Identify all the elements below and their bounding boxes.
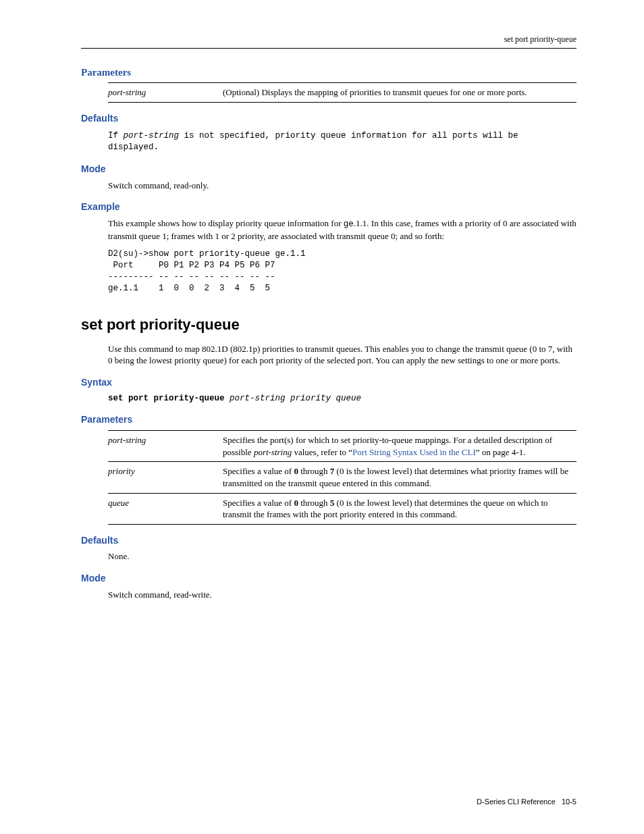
defaults-text-2: None. <box>108 550 576 563</box>
heading-syntax: Syntax <box>81 376 576 389</box>
table-row: queue Specifies a value of 0 through 5 (… <box>108 493 576 524</box>
heading-mode-1: Mode <box>81 163 576 176</box>
example-intro: This example shows how to display priori… <box>108 217 576 242</box>
heading-defaults-2: Defaults <box>81 534 576 547</box>
cli-output: D2(su)->show port priority-queue ge.1.1 … <box>108 249 576 294</box>
heading-defaults-1: Defaults <box>81 112 576 125</box>
running-header: set port priority-queue <box>81 34 576 49</box>
command-intro: Use this command to map 802.1D (802.1p) … <box>108 343 576 367</box>
parameters-table-1: port-string (Optional) Displays the mapp… <box>108 82 576 103</box>
param-desc: Specifies a value of 0 through 5 (0 is t… <box>223 497 576 521</box>
param-desc: (Optional) Displays the mapping of prior… <box>223 86 576 99</box>
param-name: port-string <box>108 434 223 458</box>
syntax-line: set port priority-queue port-string prio… <box>108 393 576 405</box>
command-title: set port priority-queue <box>81 315 576 335</box>
heading-parameters-1: Parameters <box>81 66 576 79</box>
heading-mode-2: Mode <box>81 572 576 585</box>
port-string-syntax-link[interactable]: Port String Syntax Used in the CLI <box>352 447 476 457</box>
param-name: queue <box>108 497 223 521</box>
page-number: 10-5 <box>562 798 576 806</box>
parameters-table-2: port-string Specifies the port(s) for wh… <box>108 430 576 524</box>
mode-text-1: Switch command, read-only. <box>108 180 576 192</box>
doc-title: D-Series CLI Reference <box>477 798 556 806</box>
table-row: port-string (Optional) Displays the mapp… <box>108 83 576 102</box>
param-desc: Specifies the port(s) for which to set p… <box>223 434 576 458</box>
table-row: priority Specifies a value of 0 through … <box>108 461 576 492</box>
table-row: port-string Specifies the port(s) for wh… <box>108 431 576 461</box>
heading-parameters-2: Parameters <box>81 413 576 426</box>
heading-example: Example <box>81 201 576 213</box>
param-name: priority <box>108 465 223 489</box>
defaults-text: If port-string is not specified, priorit… <box>108 130 576 153</box>
page: set port priority-queue Parameters port-… <box>0 0 644 834</box>
param-desc: Specifies a value of 0 through 7 (0 is t… <box>223 465 576 489</box>
mode-text-2: Switch command, read-write. <box>108 589 576 601</box>
param-name: port-string <box>108 86 223 99</box>
page-footer: D-Series CLI Reference 10-5 <box>477 797 576 807</box>
